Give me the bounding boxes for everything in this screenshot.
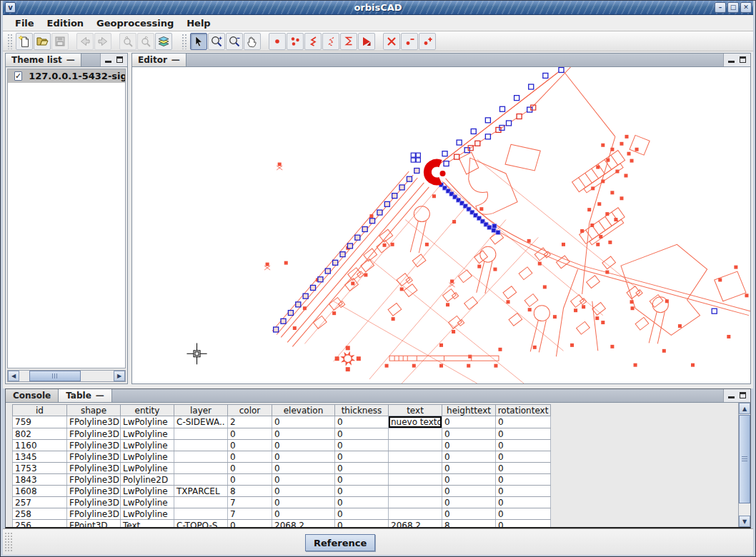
- new-file-button[interactable]: [16, 33, 33, 50]
- table-cell[interactable]: [389, 428, 442, 440]
- theme-panel-minimize-icon[interactable]: [104, 56, 113, 64]
- table-cell[interactable]: 0: [442, 486, 496, 497]
- table-cell[interactable]: 0: [272, 508, 335, 520]
- editor-canvas[interactable]: [132, 67, 750, 383]
- zoom-in-button[interactable]: [208, 33, 225, 50]
- remove-vertex-button[interactable]: [401, 33, 418, 50]
- draw-filled-polygon-button[interactable]: [358, 33, 375, 50]
- hscroll-thumb[interactable]: [29, 371, 81, 381]
- editor-panel-tab[interactable]: Editor —: [132, 54, 186, 66]
- table-cell[interactable]: 2: [228, 416, 272, 428]
- scroll-down-icon[interactable]: ▼: [739, 516, 750, 527]
- draw-smooth-polyline-button[interactable]: [322, 33, 339, 50]
- column-header-entity[interactable]: entity: [121, 405, 174, 416]
- tab-console[interactable]: Console: [6, 389, 59, 402]
- table-cell[interactable]: 0: [335, 428, 389, 440]
- table-cell[interactable]: FPolyline3D: [67, 416, 121, 428]
- minimize-tab-icon[interactable]: —: [96, 391, 104, 401]
- theme-list-hscrollbar[interactable]: ◀ ▶: [7, 370, 126, 382]
- column-header-elevation[interactable]: elevation: [272, 405, 335, 416]
- draw-polygon-button[interactable]: [340, 33, 357, 50]
- column-header-rotationtext[interactable]: rotationtext: [496, 405, 551, 416]
- table-cell[interactable]: 0: [335, 463, 389, 474]
- tab-table[interactable]: Table —: [59, 389, 112, 402]
- theme-visibility-checkbox[interactable]: ✓: [14, 71, 22, 81]
- table-row[interactable]: 802FPolyline3DLwPolyline00000: [13, 428, 551, 440]
- table-cell[interactable]: 258: [13, 508, 67, 520]
- menu-edition[interactable]: Edition: [41, 16, 91, 30]
- editor-panel-maximize-icon[interactable]: [738, 56, 747, 64]
- table-cell[interactable]: 0: [442, 451, 496, 463]
- table-cell[interactable]: [389, 497, 442, 508]
- table-cell[interactable]: FPolyline3D: [67, 474, 121, 486]
- table-cell[interactable]: [174, 497, 228, 508]
- table-cell[interactable]: [389, 474, 442, 486]
- table-cell[interactable]: [389, 508, 442, 520]
- table-row[interactable]: 256FPoint3DTextC-TOPO-S..02068.202068.28…: [13, 520, 551, 528]
- draw-polyline-button[interactable]: [304, 33, 322, 50]
- table-cell[interactable]: 0: [335, 520, 389, 528]
- table-cell[interactable]: LwPolyline: [121, 497, 174, 508]
- table-cell[interactable]: 0: [335, 486, 389, 497]
- scroll-up-icon[interactable]: ▲: [739, 403, 750, 414]
- layers-button[interactable]: [155, 33, 172, 50]
- minimize-tab-icon[interactable]: —: [66, 55, 75, 65]
- table-cell[interactable]: TXPARCEL: [174, 486, 228, 497]
- column-header-text[interactable]: text: [389, 405, 442, 416]
- theme-panel-tab[interactable]: Theme list —: [6, 54, 81, 66]
- table-cell[interactable]: FPolyline3D: [67, 497, 121, 508]
- table-cell[interactable]: 0: [335, 440, 389, 451]
- table-row[interactable]: 1753FPolyline3DLwPolyline00000: [13, 463, 551, 474]
- window-menu-icon[interactable]: v: [5, 2, 16, 13]
- table-cell[interactable]: 0: [228, 440, 272, 451]
- table-cell[interactable]: [174, 474, 228, 486]
- table-cell[interactable]: 8: [442, 520, 496, 528]
- table-cell[interactable]: 0: [442, 474, 496, 486]
- table-cell[interactable]: 0: [335, 508, 389, 520]
- theme-list[interactable]: ✓127.0.0.1-5432-sig: [7, 69, 126, 368]
- table-cell[interactable]: 0: [442, 440, 496, 451]
- scroll-right-icon[interactable]: ▶: [114, 371, 125, 381]
- table-cell[interactable]: 0: [496, 508, 551, 520]
- table-cell[interactable]: [174, 428, 228, 440]
- column-header-color[interactable]: color: [228, 405, 272, 416]
- reference-button[interactable]: Reference: [305, 534, 375, 551]
- table-cell[interactable]: 0: [442, 416, 496, 428]
- table-cell[interactable]: 1843: [13, 474, 67, 486]
- table-cell[interactable]: Polyline2D: [121, 474, 174, 486]
- column-header-layer[interactable]: layer: [174, 405, 228, 416]
- table-cell[interactable]: FPoint3D: [67, 520, 121, 528]
- table-cell[interactable]: LwPolyline: [121, 416, 174, 428]
- toolbar-grip[interactable]: [181, 34, 188, 49]
- table-cell[interactable]: 0: [272, 440, 335, 451]
- table-cell[interactable]: nuevo texto: [389, 416, 442, 428]
- table-cell[interactable]: 0: [272, 486, 335, 497]
- minimize-button[interactable]: –: [715, 2, 726, 13]
- table-cell[interactable]: 1345: [13, 451, 67, 463]
- table-cell[interactable]: 0: [228, 463, 272, 474]
- table-cell[interactable]: [174, 463, 228, 474]
- menu-geoprocessing[interactable]: Geoprocessing: [90, 16, 180, 30]
- table-cell[interactable]: [174, 440, 228, 451]
- table-cell[interactable]: LwPolyline: [121, 428, 174, 440]
- table-cell[interactable]: 2068.2: [389, 520, 442, 528]
- column-header-id[interactable]: id: [13, 405, 67, 416]
- bottom-panel-maximize-icon[interactable]: [738, 391, 747, 400]
- table-cell[interactable]: 802: [13, 428, 67, 440]
- cell-text-editor[interactable]: nuevo texto: [389, 416, 442, 428]
- table-cell[interactable]: 0: [442, 497, 496, 508]
- table-cell[interactable]: 0: [496, 520, 551, 528]
- table-cell[interactable]: LwPolyline: [121, 508, 174, 520]
- delete-selection-button[interactable]: [383, 33, 400, 50]
- table-cell[interactable]: 0: [335, 474, 389, 486]
- maximize-button[interactable]: □: [727, 2, 739, 13]
- table-cell[interactable]: 0: [442, 508, 496, 520]
- theme-panel-maximize-icon[interactable]: [115, 56, 124, 64]
- table-cell[interactable]: 0: [272, 474, 335, 486]
- table-cell[interactable]: 0: [228, 428, 272, 440]
- table-cell[interactable]: 0: [496, 486, 551, 497]
- table-cell[interactable]: 2068.2: [272, 520, 335, 528]
- table-cell[interactable]: 7: [228, 508, 272, 520]
- table-cell[interactable]: Text: [121, 520, 174, 528]
- table-row[interactable]: 258FPolyline3DLwPolyline70000: [13, 508, 551, 520]
